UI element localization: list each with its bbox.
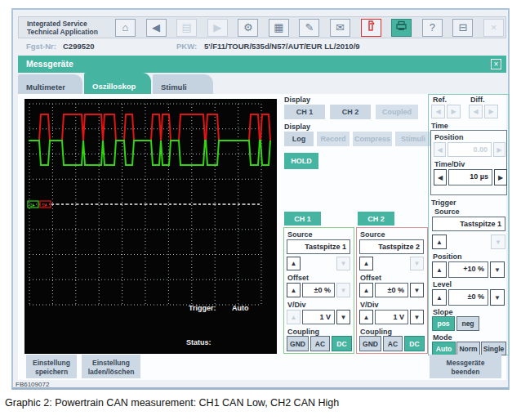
- timediv-right-button[interactable]: ▶: [494, 169, 507, 185]
- fgst-value: C299520: [63, 42, 95, 51]
- ch1-vdiv-down-button[interactable]: ▼: [336, 310, 350, 324]
- workshop-system-icon[interactable]: ▦: [269, 19, 289, 37]
- ch2-vdiv-up-button[interactable]: ▲: [359, 310, 373, 324]
- toolbar-icons: ⌂ ◀ ▤ ▶ ⚙ ▦ ✎ ✉ ? ⊟ ×: [115, 18, 504, 38]
- ref-prev-button[interactable]: ◀: [431, 105, 445, 118]
- stimuli-button[interactable]: Stimuli: [395, 132, 431, 146]
- ch1-header-button[interactable]: CH 1: [284, 212, 321, 226]
- trigger-position-down-button[interactable]: ▼: [490, 261, 505, 278]
- wrench-icon[interactable]: ⚙: [238, 19, 258, 37]
- time-position-label: Position: [434, 133, 464, 141]
- ch2-source-down-button[interactable]: ▼: [410, 257, 424, 270]
- oscilloscope-panel: 1▸2▸ Trigger: Auto Status: Display CH 1 …: [18, 94, 506, 380]
- mail-icon[interactable]: ✉: [330, 19, 350, 37]
- forward-icon[interactable]: ▶: [207, 19, 228, 37]
- end-measurement-button[interactable]: Messgeräte beenden: [430, 355, 501, 378]
- display-ch2-button[interactable]: CH 2: [330, 105, 371, 119]
- log-button[interactable]: Log: [284, 132, 314, 146]
- ch2-gnd-button[interactable]: GND: [359, 336, 381, 351]
- scope-status-label: Status:: [186, 338, 212, 346]
- connector-icon[interactable]: ✎: [299, 19, 319, 37]
- display-mode-label: Display: [284, 123, 310, 131]
- mode-norm-button[interactable]: Norm: [456, 342, 480, 355]
- mode-auto-button[interactable]: Auto: [432, 342, 456, 355]
- trigger-source-down-button[interactable]: ▼: [491, 235, 505, 249]
- dialog-titlebar: Messgeräte ×: [18, 56, 506, 73]
- svg-text:1▸: 1▸: [30, 203, 35, 208]
- save-settings-button[interactable]: Einstellung speichern: [26, 355, 77, 378]
- close-icon[interactable]: ×: [483, 19, 504, 37]
- save-settings-line1: Einstellung: [26, 359, 77, 368]
- timediv-left-button[interactable]: ◀: [434, 169, 447, 185]
- ch1-ac-button[interactable]: AC: [310, 336, 330, 351]
- ch1-source-label: Source: [287, 230, 313, 239]
- app-title-line2: Technical Application: [27, 28, 125, 36]
- ch1-offset-down-button[interactable]: ▼: [336, 283, 350, 297]
- svg-text:2▸: 2▸: [42, 203, 47, 208]
- ch2-vdiv-label: V/Div: [360, 301, 379, 309]
- time-position-right-button[interactable]: ▶: [493, 142, 505, 157]
- ch2-ac-button[interactable]: AC: [383, 336, 403, 351]
- time-position-value: 0.00: [448, 142, 492, 157]
- ch1-gnd-button[interactable]: GND: [287, 336, 309, 351]
- trigger-position-up-button[interactable]: ▲: [432, 261, 447, 278]
- diff-label: Diff.: [470, 96, 485, 104]
- trigger-source-up-button[interactable]: ▲: [432, 235, 447, 249]
- help-icon[interactable]: ?: [422, 19, 443, 37]
- measurement-probe-icon[interactable]: [361, 19, 381, 37]
- ch2-vdiv-value: 1 V: [375, 310, 408, 324]
- slope-pos-button[interactable]: pos: [432, 316, 455, 331]
- end-measurement-line1: Messgeräte: [430, 359, 501, 368]
- hold-button[interactable]: HOLD: [284, 153, 318, 169]
- ref-next-button[interactable]: ▶: [447, 105, 461, 118]
- display-ch-label: Display: [284, 96, 310, 104]
- load-settings-line1: Einstellung: [82, 359, 140, 368]
- mode-single-button[interactable]: Single: [481, 342, 506, 355]
- ch1-offset-up-button[interactable]: ▲: [287, 283, 301, 297]
- ch1-vdiv-up-button[interactable]: ▲: [287, 310, 301, 324]
- ch2-source-label: Source: [360, 230, 385, 239]
- documents-icon[interactable]: ▤: [176, 19, 197, 37]
- record-button[interactable]: Record: [317, 132, 350, 146]
- tab-multimeter[interactable]: Multimeter: [18, 74, 82, 94]
- ch1-source-down-button[interactable]: ▼: [336, 257, 350, 270]
- ch1-dc-button[interactable]: DC: [332, 336, 352, 351]
- time-position-left-button[interactable]: ◀: [434, 142, 446, 157]
- trigger-label: Trigger: [431, 199, 456, 207]
- back-icon[interactable]: ◀: [146, 19, 167, 37]
- load-settings-button[interactable]: Einstellung laden/löschen: [82, 355, 140, 378]
- ch2-vdiv-down-button[interactable]: ▼: [410, 310, 424, 324]
- dialog-close-icon[interactable]: ×: [491, 59, 501, 69]
- ch2-header-button[interactable]: CH 2: [358, 212, 394, 226]
- ch2-offset-value: ±0 %: [375, 283, 408, 297]
- trigger-level-up-button[interactable]: ▲: [432, 289, 447, 306]
- timediv-value: 10 µs: [448, 169, 492, 185]
- pkw-label: PKW:: [176, 42, 197, 51]
- print-icon[interactable]: [391, 19, 412, 37]
- ch2-offset-up-button[interactable]: ▲: [359, 283, 373, 297]
- trigger-source-value: Tastspitze 1: [432, 217, 505, 231]
- trigger-level-down-button[interactable]: ▼: [490, 289, 505, 306]
- load-settings-line2: laden/löschen: [82, 368, 140, 377]
- trigger-slope-label: Slope: [433, 308, 453, 316]
- slope-neg-button[interactable]: neg: [456, 316, 479, 331]
- ch2-source-value: Tastspitze 2: [359, 239, 424, 254]
- ch1-source-up-button[interactable]: ▲: [287, 257, 301, 270]
- ch1-offset-value: ±0 %: [302, 283, 335, 297]
- diff-next-button[interactable]: ▶: [484, 105, 498, 118]
- ch1-vdiv-label: V/Div: [287, 301, 306, 309]
- diff-prev-button[interactable]: ◀: [469, 105, 483, 118]
- ch2-dc-button[interactable]: DC: [404, 336, 425, 351]
- dialog-title: Messgeräte: [26, 59, 73, 69]
- compress-button[interactable]: Compress: [353, 132, 392, 146]
- tab-stimuli[interactable]: Stimuli: [153, 74, 213, 94]
- window-icon[interactable]: ⊟: [452, 19, 473, 37]
- display-coupled-button[interactable]: Coupled: [376, 105, 418, 119]
- tab-oszilloskop[interactable]: Oszilloskop: [84, 73, 151, 94]
- display-ch1-button[interactable]: CH 1: [284, 105, 325, 119]
- ch2-offset-label: Offset: [360, 274, 381, 282]
- figure-number: FB6109072: [16, 381, 49, 388]
- ch2-source-up-button[interactable]: ▲: [359, 257, 373, 270]
- ch2-offset-down-button[interactable]: ▼: [410, 283, 424, 297]
- home-icon[interactable]: ⌂: [115, 19, 136, 37]
